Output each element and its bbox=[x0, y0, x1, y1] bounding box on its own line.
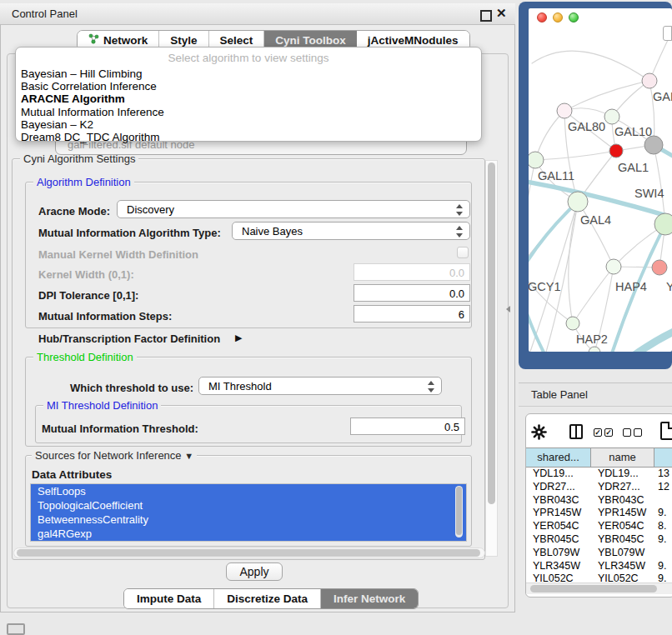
algorithm-option[interactable]: Basic Correlation Inference bbox=[19, 80, 478, 92]
table-cell: YER054C bbox=[591, 520, 654, 533]
table-header: shared... name bbox=[526, 448, 672, 468]
manual-kernel-width-label: Manual Kernel Width Definition bbox=[38, 248, 198, 261]
table-row[interactable]: YBR043CYBR043C bbox=[526, 494, 672, 508]
network-edge bbox=[625, 330, 672, 352]
algorithm-option[interactable]: ARACNE Algorithm bbox=[19, 92, 478, 105]
network-edge bbox=[564, 81, 649, 111]
dock-button[interactable] bbox=[7, 623, 25, 635]
kernel-width-input[interactable]: 0.0 bbox=[354, 263, 470, 281]
deselect-checks-icon[interactable] bbox=[634, 428, 642, 437]
sources-title[interactable]: Sources for Network Inference ▼ bbox=[32, 449, 197, 462]
network-node[interactable] bbox=[606, 259, 621, 274]
table-cell: YBR045C bbox=[591, 533, 654, 547]
select-all-checks-icon[interactable]: ✓ bbox=[594, 428, 602, 437]
column-header-name[interactable]: name bbox=[591, 448, 654, 467]
tab-impute-data[interactable]: Impute Data bbox=[124, 589, 214, 608]
network-node[interactable] bbox=[568, 192, 588, 212]
network-node[interactable] bbox=[609, 144, 623, 158]
algorithm-option[interactable]: Bayesian – Hill Climbing bbox=[19, 68, 478, 80]
network-canvas[interactable]: GALGAL80GAL10GAL1GAL11SWI4GAL4GCY1HAP4YH… bbox=[529, 8, 672, 352]
data-attributes-list[interactable]: SelfLoopsTopologicalCoefficientBetweenne… bbox=[30, 483, 467, 542]
algorithm-option[interactable]: Dream8 DC_TDC Algorithm bbox=[19, 131, 478, 143]
table-horizontal-scrollbar-thumb[interactable] bbox=[530, 585, 657, 592]
algorithm-option[interactable]: Mutual Information Inference bbox=[19, 106, 478, 118]
manual-kernel-width-checkbox[interactable] bbox=[457, 247, 469, 258]
horizontal-scrollbar-thumb[interactable] bbox=[17, 549, 480, 557]
network-view[interactable]: GALGAL80GAL10GAL1GAL11SWI4GAL4GCY1HAP4YH… bbox=[529, 8, 672, 352]
network-node[interactable] bbox=[642, 73, 657, 88]
kernel-width-label: Kernel Width (0,1): bbox=[38, 268, 134, 281]
network-edge bbox=[578, 202, 614, 267]
table-cell: 9. bbox=[654, 572, 672, 582]
table-cell: 9. bbox=[654, 533, 672, 547]
network-node[interactable] bbox=[604, 109, 619, 124]
mac-minimize-icon[interactable] bbox=[553, 12, 563, 22]
column-header-partial[interactable] bbox=[654, 448, 672, 467]
attribute-list-item[interactable]: gal4RGexp bbox=[31, 527, 466, 541]
network-node-label: HAP2 bbox=[576, 332, 608, 346]
select-all-checks-icon[interactable]: ✓ bbox=[604, 428, 613, 437]
table-cell: YPR145W bbox=[591, 507, 654, 520]
table-row[interactable]: YIL052CYIL052C9. bbox=[526, 572, 672, 582]
table-row[interactable]: YDL19...YDL19...13 bbox=[526, 468, 672, 481]
algorithm-definition-title: Algorithm Definition bbox=[33, 176, 134, 188]
algorithm-option[interactable]: Bayesian – K2 bbox=[19, 118, 478, 131]
table-cell: 12 bbox=[654, 481, 672, 494]
aracne-mode-select[interactable]: Discovery bbox=[117, 200, 470, 218]
float-window-icon[interactable] bbox=[480, 10, 492, 22]
network-node[interactable] bbox=[589, 347, 600, 352]
which-threshold-select[interactable]: MI Threshold bbox=[198, 377, 442, 395]
attribute-list-item[interactable]: TopologicalCoefficient bbox=[31, 498, 466, 512]
document-icon[interactable] bbox=[660, 422, 672, 440]
network-scrollbar[interactable] bbox=[663, 26, 672, 41]
network-node[interactable] bbox=[566, 317, 579, 330]
mi-algorithm-type-select[interactable]: Naive Bayes bbox=[232, 222, 470, 240]
network-node[interactable] bbox=[557, 103, 572, 118]
tab-infer-network[interactable]: Infer Network bbox=[321, 589, 418, 608]
attribute-list-item[interactable]: BetweennessCentrality bbox=[31, 512, 466, 527]
vertical-scrollbar-thumb[interactable] bbox=[488, 162, 495, 504]
network-node-label: GAL bbox=[653, 90, 672, 103]
table-row[interactable]: YBR045CYBR045C9. bbox=[526, 533, 672, 547]
table-cell: YBL079W bbox=[526, 547, 591, 560]
table-rows: YDL19...YDL19...13YDR27...YDR27...12YBR0… bbox=[526, 468, 672, 582]
aracne-mode-label: Aracne Mode: bbox=[38, 205, 110, 218]
mac-close-icon[interactable] bbox=[537, 12, 547, 22]
mi-steps-input[interactable]: 6 bbox=[354, 305, 470, 322]
attribute-list-item[interactable]: SelfLoops bbox=[31, 484, 466, 498]
gear-icon[interactable] bbox=[531, 424, 547, 443]
list-scrollbar[interactable] bbox=[455, 486, 463, 538]
table-cell: YLR345W bbox=[526, 560, 591, 573]
network-node[interactable] bbox=[644, 136, 663, 154]
mac-zoom-icon[interactable] bbox=[569, 12, 579, 22]
table-cell bbox=[654, 494, 672, 508]
table-cell: YER054C bbox=[526, 520, 591, 533]
table-cell: 13 bbox=[654, 468, 672, 481]
dpi-tolerance-input[interactable]: 0.0 bbox=[354, 284, 470, 302]
network-edge bbox=[569, 202, 578, 323]
column-header-shared[interactable]: shared... bbox=[526, 448, 591, 467]
mi-threshold-input[interactable]: 0.5 bbox=[350, 418, 465, 435]
close-icon[interactable]: ✕ bbox=[496, 6, 507, 21]
combo-stepper-icon bbox=[455, 226, 463, 238]
table-row[interactable]: YER054CYER054C8. bbox=[526, 520, 672, 533]
network-node[interactable] bbox=[529, 152, 544, 168]
mi-algorithm-type-label: Mutual Information Algorithm Type: bbox=[38, 227, 221, 239]
panel-divider-handle[interactable] bbox=[506, 306, 510, 312]
table-row[interactable]: YDR27...YDR27...12 bbox=[526, 481, 672, 494]
network-node[interactable] bbox=[652, 260, 667, 275]
table-row[interactable]: YPR145WYPR145W9. bbox=[526, 507, 672, 520]
network-edge bbox=[529, 283, 547, 352]
network-edge bbox=[529, 202, 578, 268]
disclosure-right-icon[interactable]: ▶ bbox=[235, 332, 242, 343]
tab-discretize-data[interactable]: Discretize Data bbox=[214, 589, 321, 608]
table-row[interactable]: YLR345WYLR345W9. bbox=[526, 560, 672, 573]
table-cell: YIL052C bbox=[591, 572, 654, 582]
deselect-checks-icon[interactable] bbox=[623, 428, 631, 437]
table-cell: YLR345W bbox=[591, 560, 654, 573]
network-node-label: SWI4 bbox=[634, 187, 664, 200]
table-row[interactable]: YBL079WYBL079W bbox=[526, 547, 672, 560]
network-node[interactable] bbox=[654, 213, 672, 235]
apply-button[interactable]: Apply bbox=[226, 562, 283, 581]
split-columns-icon[interactable] bbox=[569, 424, 583, 439]
